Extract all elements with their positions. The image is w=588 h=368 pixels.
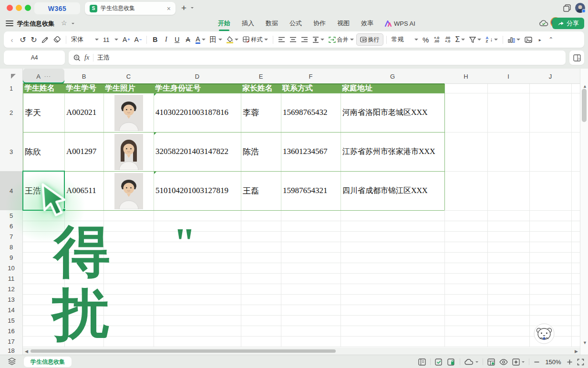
tab-insert[interactable]: 插入 xyxy=(242,18,254,29)
merge-cells-button[interactable]: 合并 xyxy=(327,33,356,46)
cell-D4[interactable]: 510104201003127819 xyxy=(154,171,241,210)
tab-formula[interactable]: 公式 xyxy=(289,18,302,29)
document-tab[interactable]: S 学生信息收集 × xyxy=(85,2,175,15)
minimize-window-button[interactable] xyxy=(16,5,22,11)
close-tab-icon[interactable]: × xyxy=(167,5,171,12)
vertical-scrollbar[interactable]: ▲ ▼ xyxy=(580,69,588,355)
title-dropdown-icon[interactable] xyxy=(72,23,74,24)
column-header-e[interactable]: E xyxy=(241,69,281,84)
column-header-j[interactable]: J xyxy=(529,69,571,84)
row-header-9[interactable]: 9 xyxy=(0,252,23,263)
select-all-corner[interactable] xyxy=(0,69,23,84)
side-panel-icon[interactable] xyxy=(418,358,426,366)
tab-view[interactable]: 视图 xyxy=(337,18,350,29)
horizontal-scroll-thumb[interactable] xyxy=(31,349,336,353)
cell-D3[interactable]: 320582201403147822 xyxy=(154,132,241,171)
formula-bar-value[interactable]: 王浩 xyxy=(97,53,110,62)
spreadsheet-grid[interactable]: 得 " 扰 A···BCDEFGHIJ123456789101112131415… xyxy=(0,69,580,355)
borders-button[interactable]: 田 xyxy=(208,33,224,46)
format-painter-button[interactable] xyxy=(40,33,51,46)
tab-data[interactable]: 数据 xyxy=(266,18,278,29)
cell-F4[interactable]: 15987654321 xyxy=(281,171,340,210)
table-header-cell[interactable]: 学生姓名 xyxy=(23,84,64,93)
sheet-tab-active[interactable]: 学生信息收集 xyxy=(24,357,72,367)
zoom-out-button[interactable] xyxy=(534,359,540,365)
fit-screen-button[interactable] xyxy=(577,358,584,366)
column-header-g[interactable]: G xyxy=(340,69,444,84)
bold-button[interactable]: B xyxy=(150,33,160,46)
row-header-14[interactable]: 14 xyxy=(0,305,23,315)
table-header-cell[interactable]: 学生照片 xyxy=(103,84,154,93)
font-family-select[interactable]: 宋体 xyxy=(69,33,101,46)
main-menu-icon[interactable] xyxy=(6,20,13,26)
cell-F2[interactable]: 15698765432 xyxy=(281,93,340,132)
vertical-scroll-thumb[interactable] xyxy=(582,89,587,122)
zoom-level[interactable]: 150% xyxy=(544,358,562,366)
row-header-10[interactable]: 10 xyxy=(0,263,23,273)
boy-photo[interactable] xyxy=(114,95,143,131)
align-right-button[interactable] xyxy=(299,33,310,46)
cell-A2[interactable]: 李天 xyxy=(23,93,64,132)
favorite-star-icon[interactable]: ☆ xyxy=(61,19,67,27)
girl-photo[interactable] xyxy=(114,134,143,170)
filter-button[interactable] xyxy=(467,33,483,46)
close-window-button[interactable] xyxy=(7,5,13,11)
row-header-8[interactable]: 8 xyxy=(0,242,23,252)
collapse-left-icon[interactable]: ‹ xyxy=(7,33,17,46)
cell-B3[interactable]: A001297 xyxy=(64,132,103,171)
expand-formula-bar-button[interactable]: fx xyxy=(569,51,584,65)
fill-color-button[interactable] xyxy=(225,33,240,46)
column-header-c[interactable]: C xyxy=(103,69,154,84)
increase-font-button[interactable]: A+ xyxy=(121,33,132,46)
align-left-button[interactable] xyxy=(276,33,287,46)
reading-view-icon[interactable] xyxy=(499,359,508,365)
wrap-text-button[interactable]: 换行 xyxy=(356,33,383,46)
row-header-2[interactable]: 2 xyxy=(0,93,23,132)
font-size-select[interactable]: 11 xyxy=(101,33,120,46)
row-header-3[interactable]: 3 xyxy=(0,132,23,171)
eraser-button[interactable] xyxy=(52,33,63,46)
font-color-button[interactable]: A xyxy=(194,33,207,46)
table-header-cell[interactable]: 联系方式 xyxy=(281,84,340,93)
row-header-15[interactable]: 15 xyxy=(0,315,23,326)
new-tab-dropdown-icon[interactable] xyxy=(191,7,194,9)
new-tab-button[interactable]: + xyxy=(181,3,186,13)
search-function-icon[interactable] xyxy=(73,54,81,61)
scroll-left-icon[interactable]: ◀ xyxy=(25,349,28,354)
protect-sheet-icon[interactable] xyxy=(447,358,455,366)
row-header-18[interactable]: 18 xyxy=(0,347,23,355)
tab-efficiency[interactable]: 效率 xyxy=(361,18,373,29)
table-header-cell[interactable]: 家长姓名 xyxy=(241,84,281,93)
formula-bar[interactable]: fx 王浩 xyxy=(69,51,566,65)
cell-G4[interactable]: 四川省成都市锦江区XXX xyxy=(340,171,444,210)
page-layout-icon[interactable] xyxy=(487,358,495,366)
scroll-right-icon[interactable]: ▶ xyxy=(575,349,578,354)
cloud-status-button[interactable] xyxy=(464,358,478,365)
zoom-in-button[interactable] xyxy=(567,359,573,365)
cell-E4[interactable]: 王磊 xyxy=(241,171,281,210)
align-center-button[interactable] xyxy=(288,33,299,46)
column-header-b[interactable]: B xyxy=(64,69,103,84)
redo-button[interactable]: ↻ xyxy=(29,33,39,46)
scroll-up-icon[interactable]: ▲ xyxy=(583,84,587,89)
assistant-mascot[interactable] xyxy=(533,323,555,345)
collapse-ribbon-icon[interactable]: ⌃ xyxy=(546,33,556,46)
horizontal-scrollbar[interactable]: ◀ ▶ xyxy=(23,348,580,355)
full-screen-mode-button[interactable] xyxy=(512,358,525,366)
home-tab[interactable]: W365 xyxy=(34,2,80,14)
sheet-list-icon[interactable] xyxy=(8,358,16,365)
cell-D2[interactable]: 410302201003187816 xyxy=(154,93,241,132)
undo-button[interactable]: ↺ xyxy=(18,33,28,46)
column-header-i[interactable]: I xyxy=(487,69,529,84)
column-header-h[interactable]: H xyxy=(444,69,487,84)
underline-button[interactable]: U xyxy=(172,33,182,46)
task-checklist-icon[interactable] xyxy=(435,358,443,366)
cell-G2[interactable]: 河南省洛阳市老城区XXX xyxy=(340,93,444,132)
cell-E2[interactable]: 李蓉 xyxy=(241,93,281,132)
insert-chart-button[interactable] xyxy=(506,33,522,46)
insert-function-icon[interactable]: fx xyxy=(84,54,89,61)
boy-photo[interactable] xyxy=(114,173,143,209)
table-header-cell[interactable]: 学生学号 xyxy=(64,84,103,93)
table-header-cell[interactable]: 学生身份证号 xyxy=(154,84,241,93)
autosum-button[interactable]: Σ xyxy=(454,33,467,46)
